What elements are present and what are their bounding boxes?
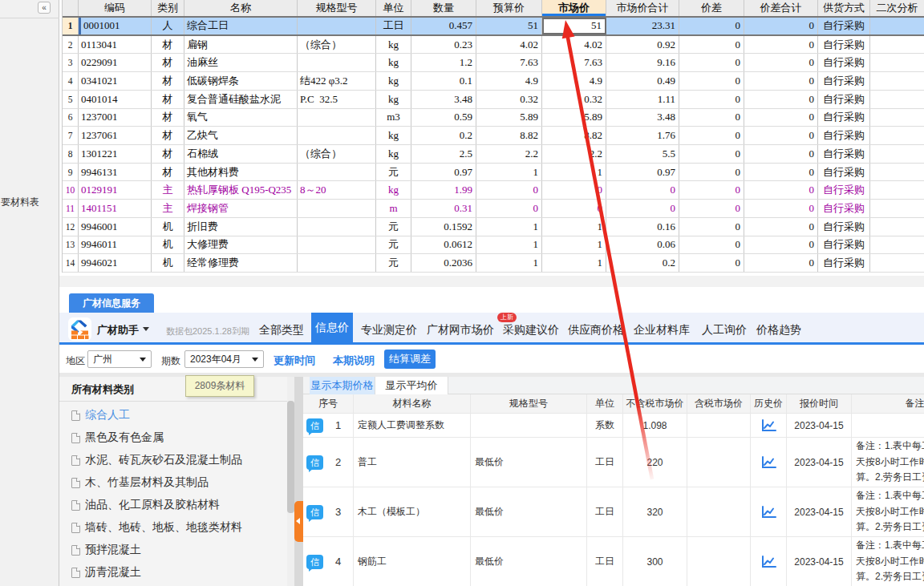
cell-code[interactable]: 9946021: [79, 254, 152, 272]
category-item-5[interactable]: 油品、化工原料及胶粘材料: [71, 494, 220, 516]
cell-budget[interactable]: 4.9: [476, 72, 542, 90]
nav-item-2[interactable]: 信息价: [311, 313, 353, 342]
cell-qty[interactable]: 0.457: [411, 18, 476, 34]
cell-name[interactable]: 其他材料费: [184, 164, 298, 181]
cell-cat[interactable]: 材: [152, 54, 184, 71]
cell-code[interactable]: 9946011: [79, 236, 152, 254]
cell-code[interactable]: 0401014: [79, 91, 152, 108]
price-cell-spec[interactable]: 最低价: [471, 487, 587, 537]
period-note-button[interactable]: 本期说明: [333, 354, 375, 368]
cell-budget[interactable]: 0.32: [476, 91, 542, 108]
cell-budget[interactable]: 1: [476, 218, 542, 236]
cell-supply[interactable]: 自行采购: [818, 145, 870, 163]
cell-cat[interactable]: 主: [152, 181, 184, 199]
cell-code[interactable]: 0229091: [79, 54, 152, 71]
nav-item-5[interactable]: 采购建议价: [503, 323, 559, 337]
cell-diff[interactable]: 0: [679, 164, 744, 181]
cell-name[interactable]: 低碳钢焊条: [184, 72, 298, 90]
cell-diff_total[interactable]: 0: [744, 54, 818, 71]
nav-item-9[interactable]: 价格趋势: [756, 323, 801, 337]
cell-market_total[interactable]: 9.16: [606, 54, 679, 71]
cell-analysis[interactable]: [870, 218, 924, 236]
cell-market[interactable]: 1: [542, 218, 606, 236]
cell-num[interactable]: 3: [63, 54, 79, 71]
cell-budget[interactable]: 51: [476, 18, 542, 34]
cell-diff_total[interactable]: 0: [744, 127, 818, 144]
column-header-spec[interactable]: 规格型号: [298, 0, 376, 16]
price-row-2[interactable]: 信2普工最低价工日2202023-04-15备注：1.表中每工天按8小时工作时算…: [303, 438, 924, 487]
column-header-diff[interactable]: 价差: [679, 0, 744, 16]
cell-qty[interactable]: 0.0612: [411, 236, 476, 254]
price-cell-history[interactable]: [751, 537, 787, 586]
cell-diff_total[interactable]: 0: [744, 164, 818, 181]
cell-market[interactable]: 7.63: [542, 54, 606, 71]
price-cell-date[interactable]: 2023-04-15: [787, 487, 852, 537]
collapse-panel-button[interactable]: «: [38, 2, 51, 14]
cell-code[interactable]: 1237061: [79, 127, 152, 144]
category-item-1[interactable]: 综合人工: [71, 404, 130, 426]
info-badge-icon[interactable]: 信: [306, 505, 323, 519]
price-cell-name[interactable]: 钢筋工: [354, 537, 471, 586]
cell-code[interactable]: 0341021: [79, 72, 152, 90]
cell-num[interactable]: 13: [63, 236, 79, 254]
nav-item-4[interactable]: 广材网市场价: [427, 323, 494, 337]
cell-code[interactable]: 9946131: [79, 164, 152, 181]
cell-market_total[interactable]: 0.06: [606, 236, 679, 254]
cell-market[interactable]: 5.89: [542, 109, 606, 127]
cell-diff_total[interactable]: 0: [744, 254, 818, 272]
category-scrollbar-thumb[interactable]: [287, 401, 294, 513]
price-cell-spec[interactable]: [471, 414, 587, 438]
cell-budget[interactable]: 0: [476, 181, 542, 199]
cell-market[interactable]: 1: [542, 236, 606, 254]
price-row-3[interactable]: 信3木工（模板工）最低价工日3202023-04-15备注：1.表中每工天按8小…: [303, 487, 924, 537]
price-cell-price_inc[interactable]: [687, 537, 751, 586]
settlement-adjust-button[interactable]: 结算调差: [384, 350, 436, 369]
cell-market_total[interactable]: 0: [606, 181, 679, 199]
cell-num[interactable]: 14: [63, 254, 79, 272]
price-cell-seq[interactable]: 信3: [303, 487, 354, 537]
cell-market_total[interactable]: 5.5: [606, 145, 679, 163]
cell-market[interactable]: 4.02: [542, 36, 606, 54]
cell-analysis[interactable]: [870, 127, 924, 144]
cell-unit[interactable]: m3: [376, 109, 411, 127]
cell-analysis[interactable]: [870, 254, 924, 272]
cell-diff[interactable]: 0: [679, 109, 744, 127]
cell-diff_total[interactable]: 0: [744, 218, 818, 236]
cell-spec[interactable]: 8～20: [298, 181, 376, 199]
cell-spec[interactable]: [298, 218, 376, 236]
cell-qty[interactable]: 1.2: [411, 54, 476, 71]
price-cell-unit[interactable]: 工日: [587, 487, 623, 537]
price-cell-remark[interactable]: 备注：1.表中每工天按8小时工作时算。2.劳务日工资: [852, 438, 924, 487]
cell-qty[interactable]: 0.1592: [411, 218, 476, 236]
nav-item-6[interactable]: 供应商价格: [568, 323, 624, 337]
category-item-3[interactable]: 水泥、砖瓦灰砂石及混凝土制品: [71, 449, 242, 471]
cell-budget[interactable]: 4.02: [476, 36, 542, 54]
cell-diff[interactable]: 0: [679, 72, 744, 90]
cell-name[interactable]: 乙炔气: [184, 127, 298, 144]
cell-diff[interactable]: 0: [679, 218, 744, 236]
info-badge-icon[interactable]: 信: [306, 455, 323, 470]
column-header-unit[interactable]: 单位: [376, 0, 411, 16]
cell-code[interactable]: 9946001: [79, 218, 152, 236]
cell-budget[interactable]: 8.82: [476, 127, 542, 144]
price-cell-date[interactable]: 2023-04-15: [787, 438, 852, 487]
price-cell-price_ex[interactable]: 220: [623, 438, 687, 487]
history-price-chart-icon[interactable]: [761, 456, 776, 469]
nav-item-3[interactable]: 专业测定价: [361, 323, 417, 337]
price-cell-price_inc[interactable]: [687, 414, 751, 438]
info-badge-icon[interactable]: 信: [306, 418, 323, 433]
info-badge-icon[interactable]: 信: [306, 555, 323, 569]
cell-supply[interactable]: 自行采购: [818, 164, 870, 181]
cell-budget[interactable]: 1: [476, 164, 542, 181]
cell-market_total[interactable]: 0.92: [606, 36, 679, 54]
spreadsheet-row-3[interactable]: 30229091材油麻丝kg1.27.637.639.1600自行采购: [63, 54, 924, 72]
cell-qty[interactable]: 0.31: [411, 200, 476, 217]
price-cell-seq[interactable]: 信1: [303, 414, 354, 438]
cell-unit[interactable]: kg: [376, 72, 411, 90]
category-item-6[interactable]: 墙砖、地砖、地板、地毯类材料: [71, 516, 242, 539]
cell-qty[interactable]: 0.2036: [411, 254, 476, 272]
price-cell-spec[interactable]: 最低价: [471, 438, 587, 487]
cell-diff_total[interactable]: 0: [744, 109, 818, 127]
cell-unit[interactable]: 元: [376, 164, 411, 181]
price-cell-remark[interactable]: 备注：1.表中每工天按8小时工作时算。2.劳务日工资: [852, 487, 924, 537]
